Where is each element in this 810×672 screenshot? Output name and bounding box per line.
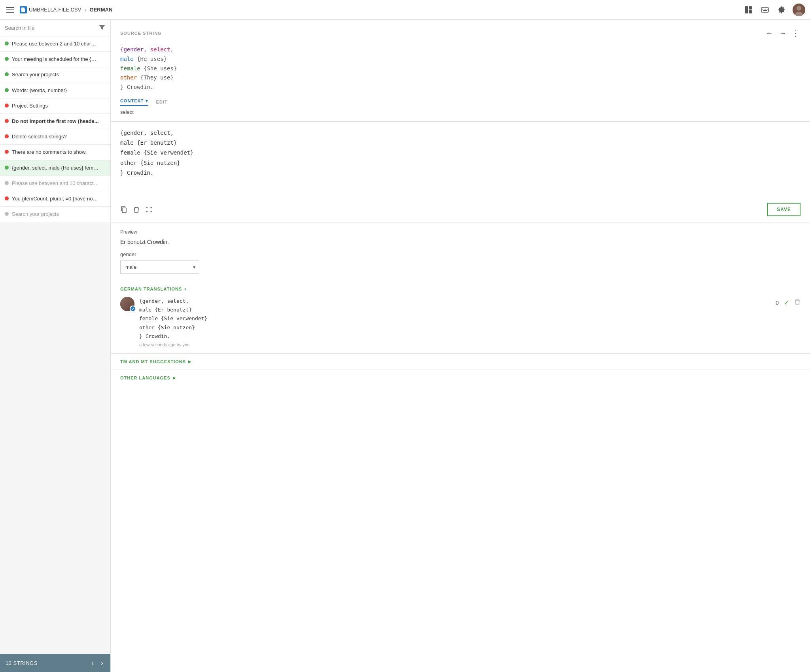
other-languages-title: OTHER LANGUAGES <box>120 376 170 380</box>
vote-count: 0 <box>776 300 779 306</box>
token-select: select, <box>150 46 174 53</box>
token-female: female <box>120 65 140 72</box>
search-input[interactable] <box>5 25 98 31</box>
main-layout: Please use between 2 and 10 characters Y… <box>0 20 810 672</box>
tm-suggestions-section[interactable]: TM AND MT SUGGESTIONS ▶ <box>111 354 810 370</box>
german-translations-section: GERMAN TRANSLATIONS ▾ {gender, select, m… <box>111 280 810 353</box>
approve-button[interactable]: ✓ <box>784 298 789 307</box>
select-label: gender <box>120 251 801 257</box>
expand-button[interactable] <box>146 206 153 213</box>
string-list-item[interactable]: Your meeting is scheduled for the {dateV… <box>0 52 110 67</box>
gender-select-wrapper: male female other ▾ <box>120 260 199 274</box>
string-list-item[interactable]: {gender, select, male {He uses} female {… <box>0 160 110 176</box>
string-list-item[interactable]: Delete selected strings? <box>0 129 110 145</box>
prev-nav-button[interactable]: ← <box>764 28 774 38</box>
status-dot <box>5 212 9 216</box>
token-female-value: {She uses} <box>140 65 177 72</box>
status-dot <box>5 119 9 123</box>
delete-translation-button[interactable] <box>794 299 801 307</box>
prev-string-button[interactable]: ‹ <box>90 658 95 668</box>
source-header: SOURCE STRING ← → ⋮ <box>120 28 801 39</box>
tm-suggestions-title: TM AND MT SUGGESTIONS <box>120 359 186 364</box>
translation-content: {gender, select, male {Er benutzt} femal… <box>139 297 771 347</box>
clear-button[interactable] <box>133 206 140 213</box>
keyboard-icon[interactable] <box>759 4 770 15</box>
string-item-text: Please use between 2 and 10 characters <box>12 40 99 47</box>
token-male: male <box>120 56 134 62</box>
content-area: SOURCE STRING ← → ⋮ {gender, select, mal… <box>111 20 810 672</box>
preview-label: Preview <box>120 229 801 235</box>
string-list-item[interactable]: Please use between and 10 characters <box>0 176 110 191</box>
string-list-item[interactable]: Please use between 2 and 10 characters <box>0 36 110 52</box>
string-item-text: Search your projects <box>12 71 59 78</box>
translation-text: {gender, select, male {Er benutzt} femal… <box>139 297 771 340</box>
string-item-text: Do not import the first row (heade... <box>12 118 99 125</box>
token-gender: {gender, <box>120 46 150 53</box>
svg-rect-3 <box>761 8 768 12</box>
next-string-button[interactable]: › <box>99 658 105 668</box>
breadcrumb-file[interactable]: UMBRELLA-FILE.CSV <box>20 6 81 13</box>
translation-actions: SAVE <box>120 203 801 216</box>
svg-rect-2 <box>749 10 752 13</box>
status-dot <box>5 57 9 61</box>
token-closing: } Crowdin. <box>120 84 153 90</box>
translation-textarea[interactable]: {gender, select, male {Er benutzt} femal… <box>120 128 801 198</box>
status-dot <box>5 72 9 76</box>
source-code: {gender, select, male {He uses} female {… <box>120 45 801 92</box>
string-item-text: {gender, select, male {He uses} female {… <box>12 164 99 172</box>
string-item-text: You {itemCount, plural, =0 {have no proj… <box>12 195 99 202</box>
breadcrumb: UMBRELLA-FILE.CSV › GERMAN <box>20 6 112 13</box>
next-nav-button[interactable]: → <box>778 28 788 38</box>
german-translations-title: GERMAN TRANSLATIONS <box>120 287 182 291</box>
source-string-label: SOURCE STRING <box>120 31 162 36</box>
status-dot <box>5 196 9 200</box>
translation-entry-actions: 0 ✓ <box>776 298 801 307</box>
settings-icon[interactable] <box>776 4 787 15</box>
translation-panel: {gender, select, male {Er benutzt} femal… <box>111 122 810 223</box>
preview-panel: Preview Er benutzt Crowdin. gender male … <box>111 223 810 280</box>
layout-icon[interactable] <box>743 4 754 15</box>
svg-rect-0 <box>745 6 748 13</box>
status-dot <box>5 88 9 92</box>
string-list-item[interactable]: You {itemCount, plural, =0 {have no proj… <box>0 191 110 207</box>
breadcrumb-separator: › <box>84 6 86 13</box>
status-dot <box>5 104 9 108</box>
source-line-2: male {He uses} <box>120 55 801 64</box>
context-tab[interactable]: CONTEXT ▾ <box>120 98 148 106</box>
translator-avatar <box>120 297 134 311</box>
german-translations-header[interactable]: GERMAN TRANSLATIONS ▾ <box>120 287 801 291</box>
source-line-4: other {They use} <box>120 73 801 83</box>
status-dot <box>5 181 9 185</box>
edit-tab[interactable]: EDIT <box>156 100 168 104</box>
string-list-item[interactable]: Search your projects <box>0 207 110 222</box>
string-list-item[interactable]: Project Settings <box>0 98 110 114</box>
breadcrumb-language: GERMAN <box>90 7 113 13</box>
topbar-right <box>743 4 805 16</box>
more-options-button[interactable]: ⋮ <box>791 28 801 39</box>
source-nav: ← → ⋮ <box>764 28 801 39</box>
string-list-item[interactable]: Search your projects <box>0 67 110 83</box>
filter-icon[interactable] <box>98 24 106 32</box>
source-line-1: {gender, select, <box>120 45 801 55</box>
user-avatar[interactable] <box>793 4 805 16</box>
token-other: other <box>120 74 137 81</box>
string-list-item[interactable]: Do not import the first row (heade... <box>0 114 110 129</box>
hamburger-menu[interactable] <box>5 6 16 14</box>
context-value: select <box>120 109 801 115</box>
gender-select[interactable]: male female other <box>120 260 199 274</box>
token-other-value: {They use} <box>137 74 174 81</box>
svg-point-11 <box>797 6 801 11</box>
string-item-text: Your meeting is scheduled for the {dateV… <box>12 56 99 63</box>
save-button[interactable]: SAVE <box>767 203 801 216</box>
copy-source-button[interactable] <box>120 206 127 213</box>
string-list-item[interactable]: Words: {words, number} <box>0 83 110 98</box>
string-list-item[interactable]: There are no comments to show. <box>0 145 110 160</box>
other-languages-section[interactable]: OTHER LANGUAGES ▶ <box>111 370 810 386</box>
svg-rect-7 <box>767 9 768 9</box>
status-dot <box>5 166 9 170</box>
sidebar: Please use between 2 and 10 characters Y… <box>0 20 111 672</box>
status-dot <box>5 42 9 45</box>
status-dot <box>5 150 9 154</box>
svg-rect-6 <box>765 9 766 9</box>
search-bar <box>0 20 110 36</box>
